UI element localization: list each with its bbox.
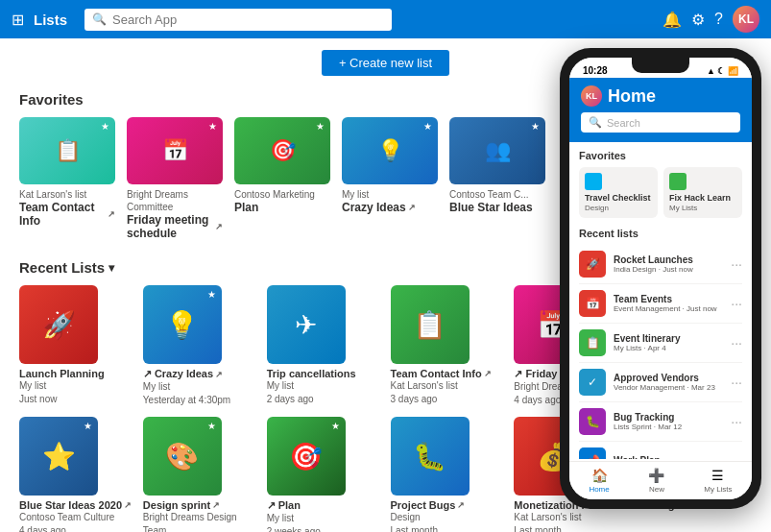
design-name: Design sprint ↗ (143, 499, 257, 511)
phone-bottom-nav: 🏠 Home ➕ New ☰ My Lists (569, 461, 752, 499)
search-bar[interactable]: 🔍 (84, 9, 392, 31)
phone-item-more-1[interactable]: ··· (731, 256, 742, 272)
phone-list-item-2[interactable]: 📅 Team Events Event Management · Just no… (579, 284, 742, 324)
phone-search-bar[interactable]: 🔍 Search (581, 112, 740, 133)
phone-item-icon-1: 🚀 (579, 251, 606, 278)
list-tile-trip: ✈ (267, 285, 346, 364)
recent-chevron-icon[interactable]: ▾ (108, 261, 114, 275)
mylists-label: My Lists (704, 485, 732, 494)
fav-name-1: Team Contact Info ↗ (19, 201, 115, 228)
list-card-plan[interactable]: 🎯 ★ ↗ Plan My list2 weeks ago (267, 417, 381, 532)
list-card-trip[interactable]: ✈ Trip cancellations My list2 days ago (267, 285, 381, 407)
phone-fav-card-1[interactable]: Travel Checklist Design (579, 167, 658, 218)
phone-list-item-6[interactable]: 📌 Work Plan ··· (579, 442, 742, 459)
phone-item-icon-6: 📌 (579, 447, 606, 459)
phone-fav-icon-1 (585, 173, 602, 190)
list-card-bugs[interactable]: 🐛 Project Bugs ↗ DesignLast month (391, 417, 505, 532)
search-input[interactable] (112, 12, 384, 27)
phone-item-name-6: Work Plan (614, 455, 661, 459)
phone-item-name-1: Rocket Launches (614, 254, 693, 265)
list-card-crazy-ideas[interactable]: 💡 ★ ↗ Crazy Ideas ↗ My listYesterday at … (143, 285, 257, 407)
phone-list-item-5[interactable]: 🐛 Bug Tracking Lists Sprint · Mar 12 ··· (579, 402, 742, 442)
bugs-meta: DesignLast month (391, 511, 505, 532)
phone-list-item-4[interactable]: ✓ Approved Vendors Vendor Management · M… (579, 363, 742, 402)
crazy-icon: 💡 (165, 309, 199, 341)
list-card-design[interactable]: 🎨 ★ Design sprint ↗ Bright Dreams Design… (143, 417, 257, 532)
fav-meta-3: Contoso Marketing (234, 188, 330, 201)
phone-item-icon-4: ✓ (579, 369, 606, 396)
phone-item-name-3: Event Itinerary (614, 333, 680, 344)
fav-meta-2: Bright Dreams Committee (127, 188, 223, 213)
phone-recent-title: Recent lists (579, 228, 742, 239)
list-tile-plan: 🎯 ★ (267, 417, 346, 496)
fav-name-3: Plan (234, 201, 330, 214)
design-star: ★ (207, 421, 216, 431)
phone-header-title: Home (608, 86, 656, 107)
notification-icon[interactable]: 🔔 (663, 11, 682, 29)
phone-fav-sub-2: My Lists (669, 204, 736, 212)
phone-favorites-title: Favorites (579, 150, 742, 161)
crazy-star: ★ (207, 289, 216, 300)
fav-name-2: Friday meeting schedule ↗ (127, 213, 223, 240)
fav-icon-5: 👥 (485, 138, 511, 163)
fav-tile-2: 📅 ★ (127, 117, 223, 184)
fav-star-1: ★ (101, 121, 109, 132)
fav-card-5[interactable]: 👥 ★ Contoso Team C... Blue Star Ideas (449, 117, 545, 240)
phone-item-more-5[interactable]: ··· (731, 414, 742, 429)
phone-mockup: 10:28 ▲ ☾ 📶 KL Home 🔍 Search Favorites (560, 48, 761, 509)
phone-content: Favorites Travel Checklist Design Fix Ha… (569, 142, 752, 459)
design-icon: 🎨 (165, 441, 199, 472)
favorites-title: Favorites (19, 91, 84, 108)
phone-status-icons: ▲ ☾ 📶 (707, 66, 738, 76)
help-icon[interactable]: ? (714, 11, 723, 28)
bluestar-icon: ⭐ (42, 441, 76, 472)
new-label: New (649, 485, 664, 494)
fav-meta-4: My list (342, 188, 438, 201)
trip-icon: ✈ (295, 309, 317, 341)
phone-list-item-3[interactable]: 📋 Event Itinerary My Lists · Apr 4 ··· (579, 324, 742, 363)
fav-card-4[interactable]: 💡 ★ My list Crazy Ideas ↗ (342, 117, 438, 240)
phone-item-icon-3: 📋 (579, 329, 606, 356)
fav-star-3: ★ (316, 121, 325, 132)
top-navigation: ⊞ Lists 🔍 🔔 ⚙ ? KL (0, 0, 771, 38)
phone-outer: 10:28 ▲ ☾ 📶 KL Home 🔍 Search Favorites (560, 48, 761, 509)
phone-item-more-3[interactable]: ··· (731, 335, 742, 351)
phone-fav-card-2[interactable]: Fix Hack Learn My Lists (663, 167, 742, 218)
phone-item-icon-2: 📅 (579, 290, 606, 317)
phone-item-more-2[interactable]: ··· (731, 296, 742, 311)
phone-item-more-6[interactable]: ··· (731, 453, 742, 459)
mylists-icon: ☰ (711, 468, 724, 483)
settings-icon[interactable]: ⚙ (691, 11, 705, 29)
bugs-icon: 🐛 (413, 441, 446, 472)
list-card-bluestar[interactable]: ⭐ ★ Blue Star Ideas 2020 ↗ Contoso Team … (19, 417, 133, 532)
phone-nav-new[interactable]: ➕ New (648, 468, 664, 494)
fav-name-4: Crazy Ideas ↗ (342, 201, 438, 214)
plan-name: ↗ Plan (267, 499, 381, 512)
fav-tile-5: 👥 ★ (449, 117, 545, 184)
phone-screen: 10:28 ▲ ☾ 📶 KL Home 🔍 Search Favorites (569, 58, 752, 499)
fav-card-3[interactable]: 🎯 ★ Contoso Marketing Plan (234, 117, 330, 240)
fav-card-2[interactable]: 📅 ★ Bright Dreams Committee Friday meeti… (127, 117, 223, 240)
launch-meta: My listJust now (19, 379, 133, 406)
crazy-name: ↗ Crazy Ideas ↗ (143, 368, 257, 380)
list-card-launch-planning[interactable]: 🚀 Launch Planning My listJust now (19, 285, 133, 407)
crazy-meta: My listYesterday at 4:30pm (143, 380, 257, 407)
phone-time: 10:28 (583, 65, 608, 76)
avatar[interactable]: KL (733, 6, 759, 33)
monetization-meta: Kat Larson's listLast month (514, 511, 628, 532)
create-new-list-button[interactable]: + Create new list (322, 50, 449, 76)
phone-list-item-1[interactable]: 🚀 Rocket Launches India Design · Just no… (579, 245, 742, 284)
grid-icon[interactable]: ⊞ (12, 11, 24, 29)
fav-star-5: ★ (531, 121, 540, 132)
fav-card-1[interactable]: 📋 ★ Kat Larson's list Team Contact Info … (19, 117, 115, 240)
phone-nav-home[interactable]: 🏠 Home (589, 468, 609, 494)
phone-header: KL Home 🔍 Search (569, 78, 752, 142)
phone-nav-mylists[interactable]: ☰ My Lists (704, 468, 732, 494)
phone-item-more-4[interactable]: ··· (731, 375, 742, 390)
fav-icon-2: 📅 (162, 138, 188, 163)
phone-item-name-4: Approved Vendors (614, 373, 715, 383)
fav-name-5: Blue Star Ideas (449, 201, 545, 214)
phone-item-name-5: Bug Tracking (614, 412, 682, 423)
list-card-team-contact[interactable]: 📋 Team Contact Info ↗ Kat Larson's list3… (391, 285, 505, 407)
phone-fav-icon-2 (669, 173, 687, 190)
